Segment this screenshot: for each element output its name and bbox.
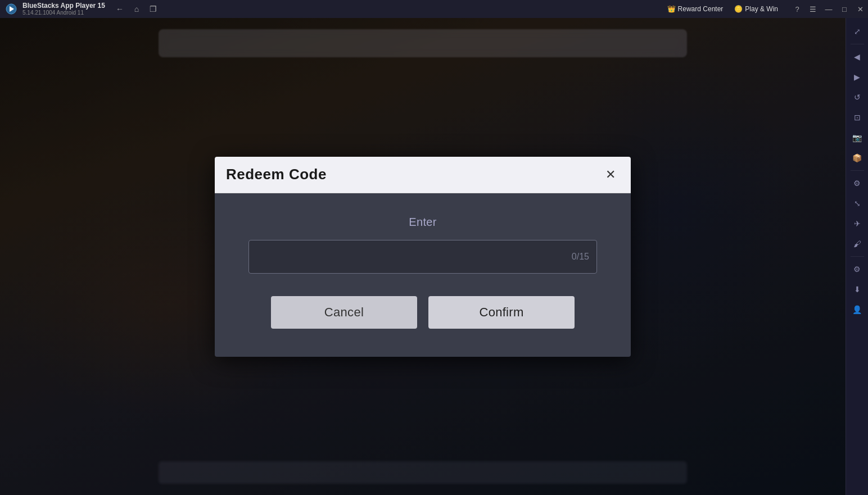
maximize-button[interactable]: □ [837, 0, 852, 18]
play-win-label: Play & Win [745, 5, 778, 13]
menu-button[interactable]: ☰ [805, 0, 821, 18]
sidebar-divider-3 [851, 256, 864, 257]
app-name: BlueStacks App Player 15 [22, 2, 105, 10]
sidebar-divider-1 [851, 44, 864, 44]
airplane-icon[interactable]: ✈ [848, 215, 866, 233]
cancel-button[interactable]: Cancel [271, 296, 417, 329]
app-logo [2, 0, 20, 18]
dialog-body: Enter 0/15 Cancel Confirm [215, 193, 631, 357]
reward-center-button[interactable]: 👑 Reward Center [663, 3, 728, 15]
download-icon[interactable]: ⬇ [848, 280, 866, 298]
code-input-wrap: 0/15 [248, 240, 597, 274]
titlebar: BlueStacks App Player 15 5.14.21.1004 An… [0, 0, 868, 18]
copy-button[interactable]: ❐ [146, 1, 161, 17]
settings-icon[interactable]: ⚙ [848, 174, 866, 192]
dialog-buttons: Cancel Confirm [248, 296, 597, 329]
code-input[interactable] [248, 240, 597, 274]
help-button[interactable]: ? [789, 0, 805, 18]
play-icon[interactable]: ▶ [848, 68, 866, 86]
apk-icon[interactable]: 📦 [848, 149, 866, 167]
back-button[interactable]: ← [112, 1, 128, 17]
window-controls: ? ☰ — □ ✕ [789, 0, 868, 18]
rotate-icon[interactable]: ↺ [848, 88, 866, 106]
sidebar-collapse-icon[interactable]: ◀ [848, 48, 866, 66]
sidebar-divider-2 [851, 170, 864, 171]
close-button[interactable]: ✕ [852, 0, 868, 18]
titlebar-right-area: 👑 Reward Center 🪙 Play & Win [663, 3, 783, 15]
camera-icon[interactable]: 📷 [848, 129, 866, 147]
enter-label: Enter [248, 216, 597, 229]
coin-icon: 🪙 [734, 5, 743, 13]
reward-center-label: Reward Center [678, 5, 724, 13]
gear-icon[interactable]: ⚙ [848, 260, 866, 278]
resize-icon[interactable]: ⤡ [848, 194, 866, 212]
play-win-button[interactable]: 🪙 Play & Win [730, 3, 783, 15]
app-name-block: BlueStacks App Player 15 5.14.21.1004 An… [22, 2, 105, 16]
brush-icon[interactable]: 🖌 [848, 235, 866, 253]
nav-buttons: ← ⌂ ❐ [112, 1, 161, 17]
fullscreen-icon[interactable]: ⤢ [848, 22, 866, 40]
dialog-close-button[interactable]: ✕ [602, 166, 620, 184]
crown-icon: 👑 [667, 5, 676, 13]
app-version: 5.14.21.1004 Android 11 [22, 10, 105, 16]
user-icon[interactable]: 👤 [848, 301, 866, 319]
screenshot-icon[interactable]: ⊡ [848, 108, 866, 126]
minimize-button[interactable]: — [821, 0, 837, 18]
confirm-button[interactable]: Confirm [428, 296, 575, 329]
right-sidebar: ⤢ ◀ ▶ ↺ ⊡ 📷 📦 ⚙ ⤡ ✈ 🖌 ⚙ ⬇ 👤 [846, 18, 868, 495]
home-button[interactable]: ⌂ [129, 1, 144, 17]
redeem-code-dialog: Redeem Code ✕ Enter 0/15 Cancel Confirm [215, 157, 631, 357]
modal-container: Redeem Code ✕ Enter 0/15 Cancel Confirm [0, 18, 846, 495]
main-area: Redeem Code ✕ Enter 0/15 Cancel Confirm [0, 18, 846, 495]
dialog-title: Redeem Code [226, 166, 327, 183]
dialog-header: Redeem Code ✕ [215, 157, 631, 193]
